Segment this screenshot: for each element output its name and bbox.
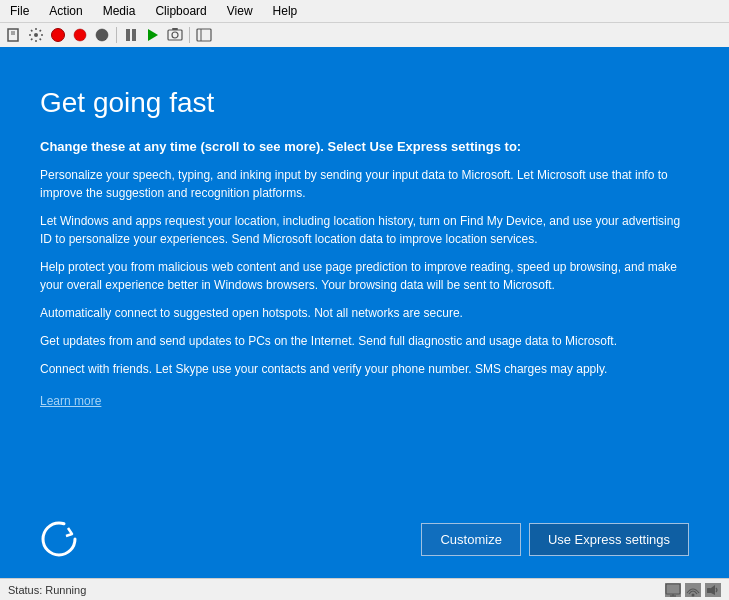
menu-help[interactable]: Help	[267, 2, 304, 20]
page-title: Get going fast	[40, 87, 689, 119]
svg-point-8	[172, 32, 178, 38]
vm-window: Get going fast Change these at any time …	[0, 47, 729, 578]
tb-fullscreen-btn[interactable]	[194, 25, 214, 45]
windows-setup-icon	[40, 520, 78, 558]
tb-new-btn[interactable]	[4, 25, 24, 45]
menu-items: File Action Media Clipboard View Help	[0, 0, 729, 22]
menu-bar: File Action Media Clipboard View Help	[0, 0, 729, 47]
bottom-bar: Customize Use Express settings	[0, 506, 729, 578]
svg-rect-17	[707, 588, 711, 593]
menu-media[interactable]: Media	[97, 2, 142, 20]
svg-point-12	[43, 523, 75, 555]
customize-button[interactable]: Customize	[421, 523, 520, 556]
status-icons	[665, 583, 721, 597]
paragraph-2: Let Windows and apps request your locati…	[40, 212, 689, 248]
use-express-settings-button[interactable]: Use Express settings	[529, 523, 689, 556]
button-group: Customize Use Express settings	[421, 523, 689, 556]
paragraph-3: Help protect you from malicious web cont…	[40, 258, 689, 294]
tb-play-btn[interactable]	[143, 25, 163, 45]
status-text: Status: Running	[8, 584, 86, 596]
svg-point-4	[74, 29, 86, 41]
menu-clipboard[interactable]: Clipboard	[149, 2, 212, 20]
svg-rect-13	[666, 584, 680, 594]
content-area: Get going fast Change these at any time …	[0, 47, 729, 506]
svg-rect-10	[197, 29, 211, 41]
menu-action[interactable]: Action	[43, 2, 88, 20]
tb-stop-btn[interactable]	[48, 25, 68, 45]
tb-pause-btn[interactable]	[121, 25, 141, 45]
svg-rect-9	[172, 28, 178, 30]
svg-marker-6	[148, 29, 158, 41]
toolbar-separator-2	[189, 27, 190, 43]
menu-view[interactable]: View	[221, 2, 259, 20]
learn-more-link[interactable]: Learn more	[40, 394, 689, 408]
monitor-icon	[665, 583, 681, 597]
tb-reset-btn[interactable]	[92, 25, 112, 45]
status-bar: Status: Running	[0, 578, 729, 600]
tb-snapshot-btn[interactable]	[165, 25, 185, 45]
paragraph-6: Connect with friends. Let Skype use your…	[40, 360, 689, 378]
svg-rect-0	[8, 29, 18, 41]
svg-point-16	[692, 593, 695, 596]
menu-file[interactable]: File	[4, 2, 35, 20]
svg-point-5	[96, 29, 108, 41]
tb-settings-btn[interactable]	[26, 25, 46, 45]
subtitle-text: Change these at any time (scroll to see …	[40, 139, 689, 154]
network-icon	[685, 583, 701, 597]
paragraph-5: Get updates from and send updates to PCs…	[40, 332, 689, 350]
svg-point-3	[34, 33, 38, 37]
audio-icon	[705, 583, 721, 597]
tb-close-btn[interactable]	[70, 25, 90, 45]
paragraph-4: Automatically connect to suggested open …	[40, 304, 689, 322]
paragraph-1: Personalize your speech, typing, and ink…	[40, 166, 689, 202]
toolbar	[0, 22, 729, 47]
toolbar-separator-1	[116, 27, 117, 43]
